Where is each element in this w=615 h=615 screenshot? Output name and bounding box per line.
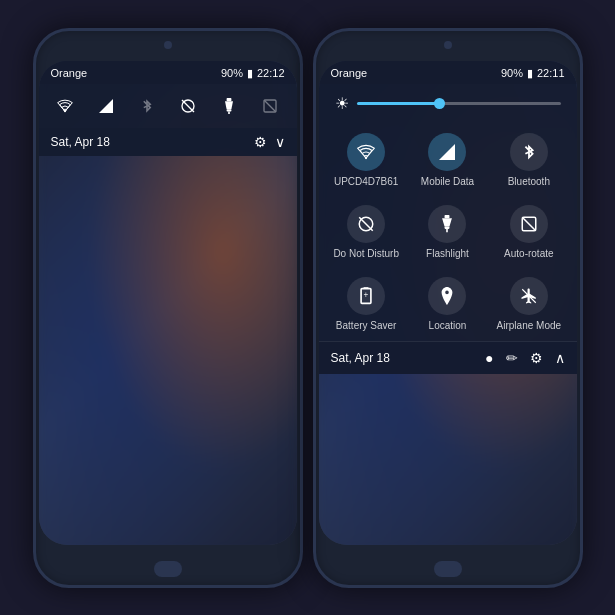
wifi-tile-label: UPCD4D7B61: [334, 176, 398, 187]
bt-tile-icon: [510, 133, 548, 171]
airplane-tile-label: Airplane Mode: [497, 320, 561, 331]
dnd-tile-label: Do Not Disturb: [333, 248, 399, 259]
qs-tile-mobile[interactable]: Mobile Data: [408, 123, 487, 193]
svg-text:+: +: [364, 291, 369, 300]
location-tile-label: Location: [429, 320, 467, 331]
settings-icon-1[interactable]: ⚙: [254, 134, 267, 150]
qs-tile-rotate[interactable]: Auto-rotate: [489, 195, 568, 265]
battery-icon-2: ▮: [527, 67, 533, 80]
collapse-icon-2[interactable]: ∧: [555, 350, 565, 366]
battery-icon-1: ▮: [247, 67, 253, 80]
svg-line-19: [522, 217, 536, 231]
phone-1-screen: Orange 90% ▮ 22:12: [39, 61, 297, 545]
edit-icon-2[interactable]: ✏: [506, 350, 518, 366]
status-bar-2: Orange 90% ▮ 22:11: [319, 61, 577, 84]
time-2: 22:11: [537, 67, 565, 79]
brightness-slider[interactable]: [357, 102, 561, 105]
mobile-tile-icon: [428, 133, 466, 171]
date-label-1: Sat, Apr 18: [51, 135, 110, 149]
date-row-1: Sat, Apr 18 ⚙ ∨: [39, 128, 297, 156]
phone-2: Orange 90% ▮ 22:11 ☀: [313, 28, 583, 588]
date-row-2: Sat, Apr 18 ● ✏ ⚙ ∧: [319, 341, 577, 374]
svg-rect-6: [227, 109, 232, 111]
qs-tile-location[interactable]: Location: [408, 267, 487, 337]
svg-rect-16: [445, 226, 450, 228]
expand-icon-1[interactable]: ∨: [275, 134, 285, 150]
wifi-icon-1[interactable]: [51, 92, 79, 120]
flash-tile-label: Flashlight: [426, 248, 469, 259]
bluetooth-icon-1[interactable]: [133, 92, 161, 120]
date-row-2-actions: ● ✏ ⚙ ∧: [485, 350, 564, 366]
svg-rect-4: [227, 98, 232, 101]
battery-percent-2: 90%: [501, 67, 523, 79]
qs-grid: UPCD4D7B61 Mobile Data: [319, 119, 577, 341]
status-bar-1: Orange 90% ▮ 22:12: [39, 61, 297, 84]
qs-tile-bt[interactable]: Bluetooth: [489, 123, 568, 193]
svg-rect-14: [445, 215, 450, 218]
date-label-2: Sat, Apr 18: [331, 351, 390, 365]
svg-point-0: [64, 110, 66, 112]
airplane-tile-icon: [510, 277, 548, 315]
rotate-tile-icon: [510, 205, 548, 243]
location-tile-icon: [428, 277, 466, 315]
carrier-2: Orange: [331, 67, 368, 79]
qs-tile-airplane[interactable]: Airplane Mode: [489, 267, 568, 337]
battery-tile-label: Battery Saver: [336, 320, 397, 331]
battery-percent-1: 90%: [221, 67, 243, 79]
phone-1: Orange 90% ▮ 22:12: [33, 28, 303, 588]
wifi-tile-icon: [347, 133, 385, 171]
carrier-1: Orange: [51, 67, 88, 79]
qs-tile-flash[interactable]: Flashlight: [408, 195, 487, 265]
settings-icon-2[interactable]: ⚙: [530, 350, 543, 366]
notification-panel-1: Orange 90% ▮ 22:12: [39, 61, 297, 156]
svg-marker-11: [439, 144, 455, 160]
svg-line-9: [264, 100, 276, 112]
date-row-actions-1: ⚙ ∨: [254, 134, 285, 150]
dnd-tile-icon: [347, 205, 385, 243]
flashlight-icon-1[interactable]: [215, 92, 243, 120]
mobile-tile-label: Mobile Data: [421, 176, 474, 187]
dnd-icon-1[interactable]: [174, 92, 202, 120]
status-right-2: 90% ▮ 22:11: [501, 67, 565, 80]
brightness-row: ☀: [319, 84, 577, 119]
phone-comparison: Orange 90% ▮ 22:12: [33, 28, 583, 588]
expanded-qs-panel: Orange 90% ▮ 22:11 ☀: [319, 61, 577, 374]
signal-icon-1[interactable]: [92, 92, 120, 120]
quick-icons-row-1: [39, 84, 297, 128]
svg-marker-1: [99, 99, 113, 113]
bt-tile-label: Bluetooth: [508, 176, 550, 187]
time-1: 22:12: [257, 67, 285, 79]
brightness-icon[interactable]: ☀: [335, 94, 349, 113]
flash-tile-icon: [428, 205, 466, 243]
status-right-1: 90% ▮ 22:12: [221, 67, 285, 80]
qs-tile-wifi[interactable]: UPCD4D7B61: [327, 123, 406, 193]
battery-tile-icon: +: [347, 277, 385, 315]
svg-marker-5: [225, 101, 233, 109]
home-btn-1[interactable]: [154, 561, 182, 577]
rotate-icon-1[interactable]: [256, 92, 284, 120]
svg-point-10: [365, 156, 367, 158]
qs-tile-battery[interactable]: + Battery Saver: [327, 267, 406, 337]
phone-2-screen: Orange 90% ▮ 22:11 ☀: [319, 61, 577, 545]
home-btn-2[interactable]: [434, 561, 462, 577]
qs-tile-dnd[interactable]: Do Not Disturb: [327, 195, 406, 265]
svg-marker-15: [443, 218, 453, 226]
user-icon-2[interactable]: ●: [485, 350, 493, 366]
rotate-tile-label: Auto-rotate: [504, 248, 553, 259]
